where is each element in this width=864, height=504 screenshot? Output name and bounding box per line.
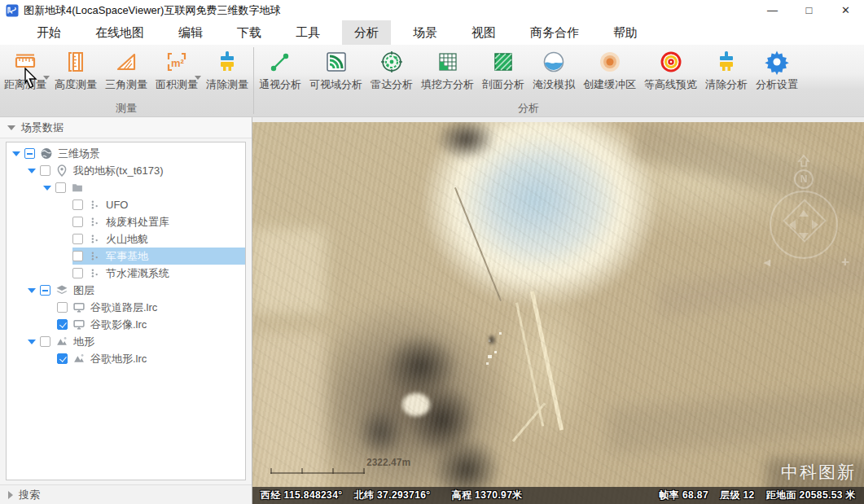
checkbox-layers[interactable] [40,285,50,296]
checkbox-google-imagery[interactable] [57,319,68,330]
mountain-patch [381,332,461,401]
expand-arrow-icon[interactable] [28,169,36,173]
ribbon-button-triangle-measure[interactable]: 三角测量 [101,46,151,92]
checkbox-ufo[interactable] [72,199,83,210]
triangle-measure-icon [113,49,139,75]
close-button[interactable]: ✕ [827,0,864,20]
ribbon-button-create-buffer[interactable]: 创建缓冲区 [579,46,640,92]
menu-bar: 开始在线地图编辑下载工具分析场景视图商务合作帮助 [0,20,864,45]
status-framerate: 帧率 68.87 [659,489,708,502]
tree-item-layers[interactable]: 图层 [7,282,245,299]
runway [530,291,564,431]
checkbox-google-terrain[interactable] [57,353,68,364]
ribbon-button-distance-measure[interactable]: 距离测量 [0,46,50,92]
analysis-settings-icon [764,49,790,75]
expand-arrow-icon[interactable] [43,186,51,191]
tree-item-3d-scene[interactable]: 三维场景 [7,145,245,162]
tree-item-google-imagery[interactable]: 谷歌影像.lrc [7,316,245,333]
tree-item-terrain[interactable]: 地形 [7,333,245,350]
checkbox-placemark-folder[interactable] [55,182,66,193]
tree-item-volcano-landform[interactable]: 火山地貌 [7,230,245,248]
checkbox-water-saving-irrigation[interactable] [72,268,83,278]
menu-tab-tools[interactable]: 工具 [283,20,332,45]
dropdown-arrow-icon[interactable] [195,76,201,80]
minimize-button[interactable]: — [754,0,791,20]
dropdown-arrow-icon[interactable] [43,76,50,80]
menu-tab-business[interactable]: 商务合作 [518,20,591,45]
app-logo-icon [6,4,19,17]
checkbox-google-roads[interactable] [57,302,68,313]
expand-arrow-icon[interactable] [12,151,20,156]
map-view[interactable]: N + ◄ 2322.47m 中科图新 [252,122,864,504]
checkbox-nuclear-waste-repository[interactable] [72,217,83,227]
area-measure-icon: m² [164,49,190,75]
ribbon-button-profile-analysis[interactable]: 剖面分析 [478,46,528,92]
ribbon-button-radar-analysis[interactable]: 雷达分析 [366,46,417,92]
expand-arrow-icon[interactable] [28,340,36,344]
marks-icon [88,233,101,245]
menu-tab-scene[interactable]: 场景 [401,20,450,45]
ribbon-button-area-measure[interactable]: m²面积测量 [151,46,202,92]
ribbon-button-label: 剖面分析 [482,77,524,92]
window-controls: — □ ✕ [754,0,864,20]
checkbox-terrain[interactable] [40,336,50,347]
ribbon-group-label: 测量 [0,101,252,116]
airbase-area [497,275,594,447]
menu-tab-download[interactable]: 下载 [225,20,274,45]
ribbon-button-flood-simulation[interactable]: 淹没模拟 [528,46,579,92]
checkbox-my-placemarks[interactable] [40,165,50,176]
ribbon-button-analysis-settings[interactable]: 分析设置 [752,46,802,92]
ribbon-button-clear-measure[interactable]: 清除测量 [202,46,252,92]
menu-tab-help[interactable]: 帮助 [601,20,650,45]
pan-south-icon[interactable] [799,233,809,239]
pan-west-icon[interactable] [789,220,796,230]
search-panel-header[interactable]: 搜索 [0,484,252,504]
rotate-left-icon[interactable]: ◄ [761,256,773,269]
tree-item-water-saving-irrigation[interactable]: 节水灌溉系统 [7,265,245,282]
cut-fill-analysis-icon [435,49,461,75]
menu-tab-edit[interactable]: 编辑 [166,20,215,45]
status-elevation: 高程 1370.97米 [452,489,523,502]
tree-item-my-placemarks[interactable]: 我的地标(tx_t6173) [7,162,245,179]
building [486,362,489,365]
menu-tab-online-map[interactable]: 在线地图 [83,20,156,45]
tree-item-nuclear-waste-repository[interactable]: 核废料处置库 [7,213,245,230]
checkbox-military-base[interactable] [72,251,83,261]
pan-north-icon[interactable] [799,210,809,217]
pan-up-icon[interactable] [796,155,811,168]
ribbon-button-clear-analysis[interactable]: 清除分析 [701,46,752,92]
tree-item-google-roads[interactable]: 谷歌道路层.lrc [7,299,245,316]
ribbon-button-cut-fill-analysis[interactable]: 填挖方分析 [417,46,478,92]
menu-tab-analysis[interactable]: 分析 [342,20,391,45]
ribbon-button-sight-analysis[interactable]: 通视分析 [255,46,305,92]
menu-tab-view[interactable]: 视图 [459,20,508,45]
ribbon-button-height-measure[interactable]: 高度测量 [50,46,101,92]
tree-item-military-base[interactable]: 军事基地 [7,248,245,265]
ribbon-button-contour-preview[interactable]: 等高线预览 [640,46,701,92]
ribbon-button-label: 三角测量 [105,77,147,92]
pan-east-icon[interactable] [812,220,818,230]
scene-data-header[interactable]: 场景数据 [0,117,252,138]
tree-item-google-terrain[interactable]: 谷歌地形.lrc [7,350,245,367]
tree-item-label: 我的地标(tx_t6173) [73,164,164,178]
compass-north-button[interactable]: N [794,169,814,189]
ribbon-button-label: 雷达分析 [371,77,413,92]
tree-item-ufo[interactable]: UFO [7,196,245,213]
checkbox-3d-scene[interactable] [24,148,35,159]
lakebed-water [458,134,623,271]
expand-arrow-icon[interactable] [28,288,36,293]
menu-tab-start[interactable]: 开始 [24,20,73,45]
ribbon-button-viewshed-analysis[interactable]: 可视域分析 [305,46,366,92]
profile-analysis-icon [490,49,516,75]
status-zoom-level: 层级 12 [720,489,755,502]
content-area: 场景数据 三维场景我的地标(tx_t6173)UFO核废料处置库火山地貌军事基地… [0,117,864,504]
compass-ring[interactable]: + ◄ [770,191,838,259]
checkbox-volcano-landform[interactable] [72,234,83,244]
maximize-button[interactable]: □ [791,0,827,20]
tree-item-placemark-folder[interactable] [7,179,245,196]
folder-icon [71,182,84,194]
zoom-in-icon[interactable]: + [841,254,849,270]
navigation-compass[interactable]: N + ◄ [765,155,843,262]
marks-icon [88,267,101,279]
runway [515,303,544,427]
